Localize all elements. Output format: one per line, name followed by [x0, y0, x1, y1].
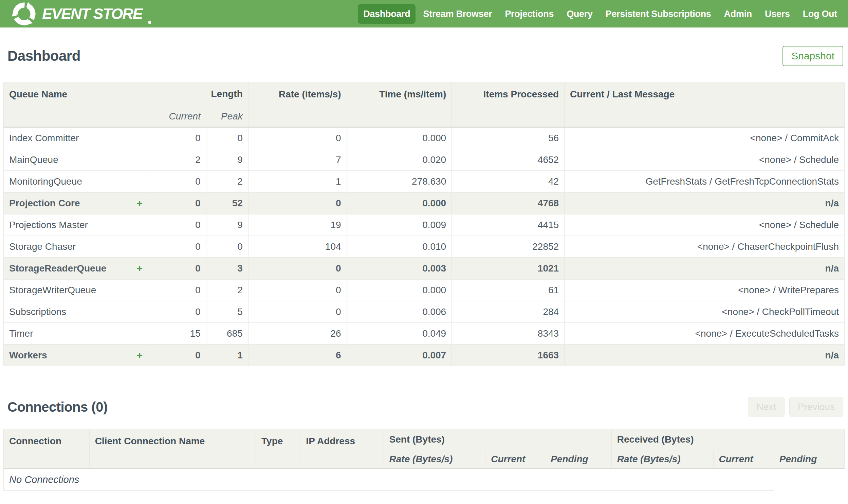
header-type: Type	[256, 429, 301, 469]
rate-cell: 0	[248, 193, 347, 214]
items-processed-cell: 42	[452, 171, 564, 193]
items-processed-cell: 4768	[452, 193, 564, 214]
rate-cell: 7	[248, 149, 347, 171]
header-received-current: Current	[713, 450, 774, 469]
rate-cell: 1	[248, 171, 347, 193]
no-connections-message: No Connections	[4, 469, 774, 491]
time-cell: 0.010	[347, 236, 452, 257]
previous-button[interactable]: Previous	[789, 397, 843, 417]
queue-name-cell: Projection Core+	[4, 193, 148, 214]
rate-cell: 26	[248, 323, 347, 344]
header-rate: Rate (items/s)	[248, 82, 347, 127]
items-processed-cell: 284	[452, 301, 564, 323]
rate-cell: 0	[248, 127, 347, 149]
top-nav: EVENT STORE Dashboard Stream Browser Pro…	[0, 0, 848, 28]
connections-table-header: Connection Client Connection Name Type I…	[4, 429, 845, 469]
length-peak-cell: 1	[206, 344, 248, 366]
time-cell: 0.007	[347, 344, 452, 366]
nav-item-persistent-subscriptions[interactable]: Persistent Subscriptions	[600, 4, 717, 24]
event-store-logo-icon	[12, 1, 37, 26]
brand-name: EVENT STORE	[42, 5, 142, 23]
message-cell: n/a	[564, 344, 845, 366]
queue-name: Workers	[9, 350, 47, 361]
message-cell: <none> / ChaserCheckpointFlush	[564, 236, 845, 257]
length-peak-cell: 2	[206, 279, 248, 301]
header-time: Time (ms/item)	[347, 82, 452, 127]
nav-item-users[interactable]: Users	[759, 4, 795, 24]
length-current-cell: 0	[148, 279, 206, 301]
nav-item-stream-browser[interactable]: Stream Browser	[418, 4, 497, 24]
message-cell: <none> / CheckPollTimeout	[564, 301, 845, 323]
header-ip-address: IP Address	[301, 429, 384, 469]
queue-name: StorageReaderQueue	[9, 263, 106, 274]
length-current-cell: 0	[148, 301, 206, 323]
expand-group-icon[interactable]: +	[137, 263, 143, 274]
brand-trademark-dot	[148, 21, 151, 24]
queue-table-body: Index Committer0000.00056<none> / Commit…	[4, 127, 845, 366]
time-cell: 0.049	[347, 323, 452, 344]
page-title: Dashboard	[7, 48, 80, 64]
header-received-rate: Rate (Bytes/s)	[611, 450, 713, 469]
rate-cell: 0	[248, 279, 347, 301]
message-cell: <none> / Schedule	[564, 214, 845, 236]
header-length-current: Current	[148, 106, 206, 127]
event-store-brand[interactable]: EVENT STORE	[12, 1, 151, 26]
connections-header: Connections (0) Next Previous	[0, 366, 848, 417]
header-length: Length	[148, 82, 249, 106]
snapshot-button[interactable]: Snapshot	[782, 46, 843, 66]
length-current-cell: 2	[148, 149, 206, 171]
message-cell: <none> / Schedule	[564, 149, 845, 171]
queue-name: MonitoringQueue	[9, 176, 82, 187]
queue-table-row: Workers+0160.0071663n/a	[4, 344, 845, 366]
queue-stats-table: Queue Name Length Rate (items/s) Time (m…	[3, 82, 845, 366]
message-cell: <none> / WritePrepares	[564, 279, 845, 301]
length-peak-cell: 9	[206, 149, 248, 171]
queue-table-header: Queue Name Length Rate (items/s) Time (m…	[4, 82, 845, 127]
queue-name-cell: Index Committer	[4, 127, 148, 149]
time-cell: 0.009	[347, 214, 452, 236]
header-message: Current / Last Message	[564, 82, 845, 127]
header-length-peak: Peak	[206, 106, 248, 127]
queue-name: Projection Core	[9, 198, 80, 209]
expand-group-icon[interactable]: +	[137, 349, 143, 361]
length-current-cell: 0	[148, 171, 206, 193]
queue-name-cell: Projections Master	[4, 214, 148, 236]
queue-name-cell: Subscriptions	[4, 301, 148, 323]
items-processed-cell: 56	[452, 127, 564, 149]
nav-item-query[interactable]: Query	[561, 4, 598, 24]
header-queue-name: Queue Name	[4, 82, 148, 127]
queue-table-row: Subscriptions0500.006284<none> / CheckPo…	[4, 301, 845, 323]
queue-table-row: StorageReaderQueue+0300.0031021n/a	[4, 257, 845, 279]
expand-group-icon[interactable]: +	[137, 198, 143, 209]
length-current-cell: 0	[148, 236, 206, 257]
length-peak-cell: 52	[206, 193, 248, 214]
nav-item-admin[interactable]: Admin	[719, 4, 758, 24]
queue-name: Storage Chaser	[9, 241, 76, 252]
queue-table-row: Index Committer0000.00056<none> / Commit…	[4, 127, 845, 149]
header-sent-bytes: Sent (Bytes)	[384, 429, 611, 450]
rate-cell: 0	[248, 301, 347, 323]
nav-item-projections[interactable]: Projections	[499, 4, 559, 24]
no-connections-row: No Connections	[4, 469, 845, 491]
empty-ghost-cell	[774, 469, 844, 491]
length-peak-cell: 0	[206, 127, 248, 149]
message-cell: <none> / CommitAck	[564, 127, 845, 149]
header-client-connection-name: Client Connection Name	[89, 429, 256, 469]
length-peak-cell: 2	[206, 171, 248, 193]
length-current-cell: 0	[148, 214, 206, 236]
items-processed-cell: 22852	[452, 236, 564, 257]
length-peak-cell: 685	[206, 323, 248, 344]
next-button[interactable]: Next	[748, 397, 784, 417]
queue-name-cell: Timer	[4, 323, 148, 344]
queue-table-row: Projections Master09190.0094415<none> / …	[4, 214, 845, 236]
queue-table-row: Projection Core+05200.0004768n/a	[4, 193, 845, 214]
length-current-cell: 0	[148, 344, 206, 366]
queue-name: MainQueue	[9, 155, 58, 165]
connections-table: Connection Client Connection Name Type I…	[3, 429, 845, 491]
time-cell: 0.000	[347, 193, 452, 214]
items-processed-cell: 4652	[452, 149, 564, 171]
nav-item-dashboard[interactable]: Dashboard	[358, 4, 416, 24]
header-items-processed: Items Processed	[452, 82, 564, 127]
nav-item-log-out[interactable]: Log Out	[797, 4, 843, 24]
queue-name: Subscriptions	[9, 306, 66, 317]
